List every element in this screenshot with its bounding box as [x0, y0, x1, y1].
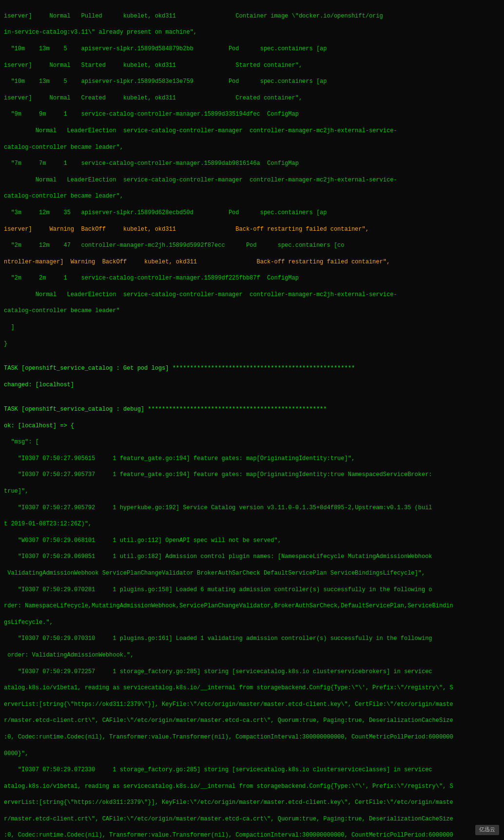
terminal-line: t 2019-01-08T23:12:26Z)",: [4, 520, 500, 528]
terminal-line: iserver] Normal Pulled kubelet, okd311 C…: [4, 12, 500, 20]
terminal-line: in-service-catalog:v3.11\" already prese…: [4, 28, 500, 37]
terminal-line: gsLifecycle.",: [4, 619, 500, 627]
terminal-line: "7m 7m 1 service-catalog-controller-mana…: [4, 160, 500, 168]
terminal-line: "I0307 07:50:29.070310 1 plugins.go:161]…: [4, 635, 500, 643]
terminal-line: "I0307 07:50:29.072257 1 storage_factory…: [4, 668, 500, 676]
terminal-line: 0000}",: [4, 750, 500, 758]
terminal-line: :0, Codec:runtime.Codec(nil), Transforme…: [4, 831, 500, 840]
terminal-line: ValidatingAdmissionWebhook ServicePlanCh…: [4, 569, 500, 578]
terminal-line: TASK [openshift_service_catalog : Get po…: [4, 364, 500, 373]
terminal-line: "I0307 07:50:29.070281 1 plugins.go:158]…: [4, 586, 500, 594]
terminal-line: iserver] Warning BackOff kubelet, okd311…: [4, 225, 500, 234]
terminal-line: "W0307 07:50:29.068101 1 util.go:112] Op…: [4, 537, 500, 545]
terminal-line: true]",: [4, 487, 500, 496]
terminal-line: Normal LeaderElection service-catalog-co…: [4, 176, 500, 184]
terminal-line: iserver] Normal Created kubelet, okd311 …: [4, 94, 500, 102]
terminal-line: erverList:[string{\"https://okd311:2379\…: [4, 799, 500, 807]
terminal-line: Normal LeaderElection service-catalog-co…: [4, 127, 500, 135]
terminal-line: r/master.etcd-client.crt\", CAFile:\"/et…: [4, 815, 500, 823]
terminal-line: changed: [localhost]: [4, 381, 500, 389]
watermark-badge: 亿迅云: [475, 825, 499, 835]
terminal-line: catalog-controller became leader",: [4, 192, 500, 200]
terminal-line: "3m 12m 35 apiserver-slpkr.15899d628ecbd…: [4, 209, 500, 217]
terminal-line: "10m 13m 5 apiserver-slpkr.15899d583e13e…: [4, 78, 500, 86]
terminal-line: "2m 2m 1 service-catalog-controller-mana…: [4, 274, 500, 282]
terminal-line: "9m 9m 1 service-catalog-controller-mana…: [4, 110, 500, 119]
terminal-output: iserver] Normal Pulled kubelet, okd311 C…: [4, 4, 500, 840]
terminal-line: "I0307 07:50:27.905737 1 feature_gate.go…: [4, 471, 500, 479]
terminal-line: "I0307 07:50:29.069851 1 util.go:182] Ad…: [4, 553, 500, 561]
terminal-line: atalog.k8s.io/v1beta1, reading as servic…: [4, 684, 500, 692]
terminal-line: "I0307 07:50:29.072330 1 storage_factory…: [4, 766, 500, 774]
terminal-line: :0, Codec:runtime.Codec(nil), Transforme…: [4, 733, 500, 741]
terminal-line: iserver] Normal Started kubelet, okd311 …: [4, 61, 500, 70]
terminal-line: ]: [4, 323, 500, 332]
terminal-line: "I0307 07:50:27.905615 1 feature_gate.go…: [4, 455, 500, 463]
terminal-line: "2m 12m 47 controller-manager-mc2jh.1589…: [4, 241, 500, 250]
terminal-line: "I0307 07:50:27.905792 1 hyperkube.go:19…: [4, 504, 500, 512]
terminal-line: "10m 13m 5 apiserver-slpkr.15899d584879b…: [4, 45, 500, 53]
terminal-line: catalog-controller became leader",: [4, 143, 500, 152]
terminal-line: }: [4, 340, 500, 348]
terminal-line: r/master.etcd-client.crt\", CAFile:\"/et…: [4, 717, 500, 725]
terminal-line: atalog.k8s.io/v1beta1, reading as servic…: [4, 782, 500, 791]
terminal-line: catalog-controller became leader": [4, 307, 500, 315]
terminal-line: "msg": [: [4, 438, 500, 446]
terminal-line: order: ValidatingAdmissionWebhook.",: [4, 651, 500, 660]
terminal-line: rder: NamespaceLifecycle,MutatingAdmissi…: [4, 602, 500, 610]
terminal-line: ntroller-manager] Warning BackOff kubele…: [4, 258, 500, 266]
terminal-line: Normal LeaderElection service-catalog-co…: [4, 291, 500, 299]
terminal-line: TASK [openshift_service_catalog : debug]…: [4, 405, 500, 414]
terminal-line: ok: [localhost] => {: [4, 422, 500, 430]
terminal-line: erverList:[string{\"https://okd311:2379\…: [4, 700, 500, 709]
